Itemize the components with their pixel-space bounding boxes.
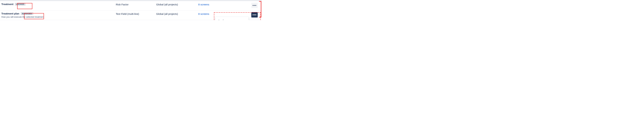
- field-screens-link[interactable]: 8 screens: [198, 12, 209, 15]
- field-name: Treatment: [1, 3, 14, 6]
- table-row: Treatment plan MANAGED How you will exec…: [0, 10, 262, 20]
- field-screens-link[interactable]: 8 screens: [198, 3, 209, 6]
- field-name: Treatment plan: [1, 12, 19, 15]
- actions-dropdown: Configure Edit Translate Screens Delete: [215, 17, 248, 20]
- field-description: How you will execute the selected treatm…: [1, 16, 112, 18]
- field-type: Text Field (multi-line): [116, 12, 139, 15]
- field-type: Risk Factor: [116, 3, 128, 6]
- field-scope: Global (all projects): [156, 12, 178, 15]
- field-scope: Global (all projects): [156, 3, 178, 6]
- more-actions-button[interactable]: •••: [251, 3, 258, 8]
- menu-item-configure[interactable]: Configure: [215, 18, 248, 20]
- status-badge: LOCKED: [15, 3, 26, 6]
- table-row: Treatment LOCKED Risk Factor Global (all…: [0, 1, 262, 10]
- status-badge: MANAGED: [21, 12, 33, 15]
- more-actions-button[interactable]: •••: [251, 12, 258, 18]
- fields-table: Treatment LOCKED Risk Factor Global (all…: [0, 1, 262, 20]
